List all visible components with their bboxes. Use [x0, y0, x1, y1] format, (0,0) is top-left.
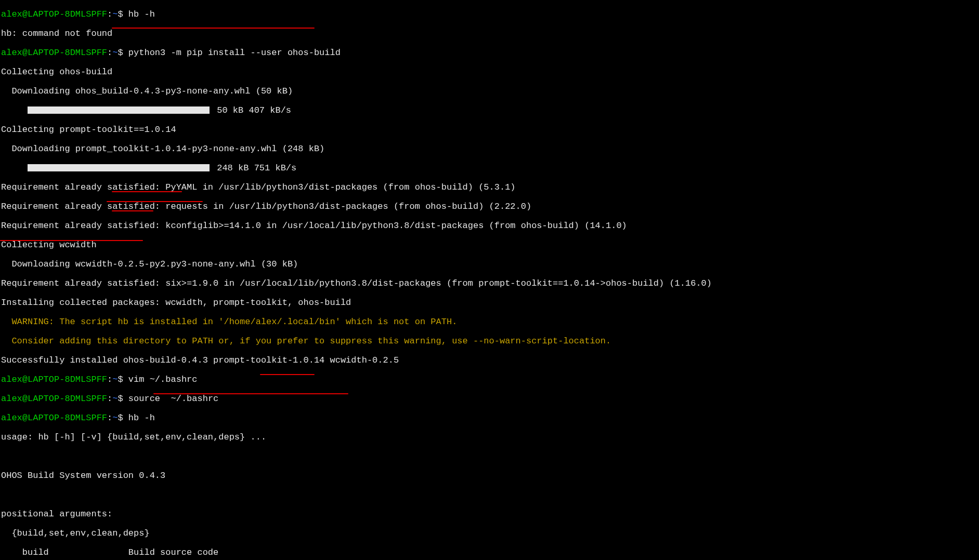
cmd-vim-bashrc: vim ~/.bashrc — [128, 375, 198, 384]
cmd-pip-install: python3 -m pip install --user ohos-build — [128, 48, 341, 58]
prompt-path: ~ — [112, 9, 118, 19]
terminal-output[interactable]: alex@LAPTOP-8DMLSPFF:~$ hb -h hb: comman… — [0, 0, 979, 560]
prompt-user: alex — [1, 9, 22, 19]
pip-warning: WARNING: The script hb is installed in '… — [1, 317, 457, 327]
out-not-found: hb: command not found — [1, 29, 112, 38]
cmd-source-bashrc: source ~/.bashrc — [128, 394, 218, 404]
ohos-version: OHOS Build System version 0.4.3 — [1, 471, 165, 481]
cmd-hb-h: hb -h — [128, 9, 155, 19]
progress-bar — [28, 106, 210, 114]
prompt-host: LAPTOP-8DMLSPFF — [28, 9, 107, 19]
cmd-hb-h2: hb -h — [128, 413, 155, 423]
pip-warning: Consider adding this directory to PATH o… — [1, 336, 611, 346]
progress-bar — [28, 164, 210, 171]
